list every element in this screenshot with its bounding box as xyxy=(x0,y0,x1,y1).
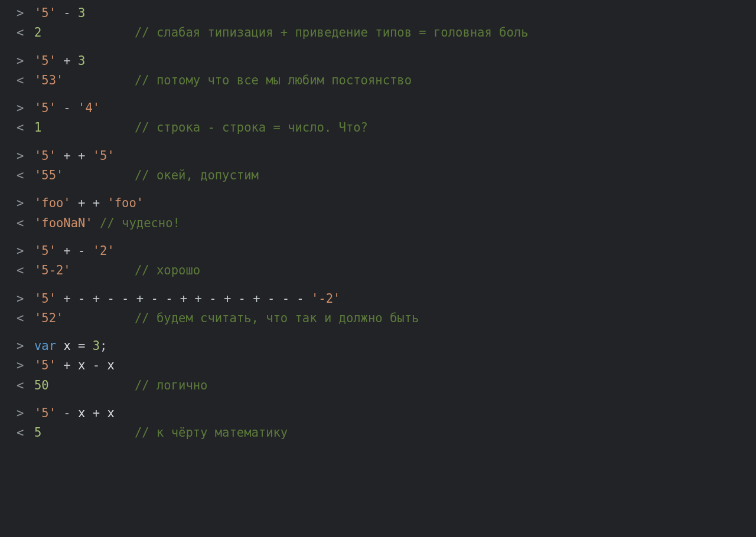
input-line: >'foo' + + 'foo' xyxy=(0,197,756,217)
token-var: x xyxy=(78,358,85,372)
token-str: '5' xyxy=(34,54,56,68)
repl-group: >'5' - '4'<1// строка - строка = число. … xyxy=(0,102,756,142)
input-line: >'5' - x + x xyxy=(0,407,756,427)
output-line: <5// к чёрту математику xyxy=(0,427,756,446)
input-prompt-icon: > xyxy=(0,293,34,305)
token-num: 5 xyxy=(34,425,41,440)
comment: // хорошо xyxy=(135,264,200,277)
input-prompt-icon: > xyxy=(0,7,34,19)
output-prompt-icon: < xyxy=(0,122,34,134)
token-op: - xyxy=(56,406,78,420)
token-str: '4' xyxy=(78,101,100,115)
output-line: <'55'// окей, допустим xyxy=(0,169,756,189)
input-line: >'5' + - '2' xyxy=(0,245,756,264)
comment: // будем считать, что так и должно быть xyxy=(135,312,419,325)
output-line: <1// строка - строка = число. Что? xyxy=(0,122,756,141)
token-op: + + xyxy=(71,196,107,210)
token-str: '5' xyxy=(34,149,56,163)
console-log: >'5' - 3<2// слабая типизация + приведен… xyxy=(0,0,756,447)
repl-group: >'5' + 3<'53'// потому что все мы любим … xyxy=(0,55,756,94)
repl-group: >'5' + + '5'<'55'// окей, допустим xyxy=(0,150,756,189)
token-str: '5' xyxy=(34,101,56,115)
comment: // к чёрту математику xyxy=(135,427,288,439)
token-str: '5' xyxy=(34,406,56,420)
input-line: >'5' + x - x xyxy=(0,359,756,379)
input-line: >'5' - 3 xyxy=(0,7,756,27)
token-op: + xyxy=(56,358,78,372)
token-num: 3 xyxy=(93,339,100,353)
token-op: + xyxy=(85,406,107,420)
repl-group: >'5' - 3<2// слабая типизация + приведен… xyxy=(0,7,756,47)
token-op: - xyxy=(56,6,78,20)
code: 2 xyxy=(34,27,135,39)
input-prompt-icon: > xyxy=(0,102,34,114)
token-str: '5-2' xyxy=(34,263,71,277)
token-kw: var xyxy=(34,339,56,353)
comment: // логично xyxy=(135,379,207,392)
token-var: x xyxy=(78,406,85,420)
output-line: <'53'// потому что все мы любим постоянс… xyxy=(0,74,756,94)
token-str: '5' xyxy=(34,244,56,258)
token-str: '52' xyxy=(34,311,63,325)
repl-group: >var x = 3;>'5' + x - x<50// логично xyxy=(0,340,756,399)
token-var: x xyxy=(63,339,70,353)
code: 1 xyxy=(34,122,135,134)
output-prompt-icon: < xyxy=(0,217,34,230)
code: '5' - x + x xyxy=(34,407,115,420)
comment: // окей, допустим xyxy=(135,169,259,182)
input-line: >var x = 3; xyxy=(0,340,756,359)
input-line: >'5' + 3 xyxy=(0,55,756,74)
token-str: '-2' xyxy=(311,292,340,306)
token-str: '2' xyxy=(93,244,115,258)
token-op: + + xyxy=(56,149,93,163)
token-op: - xyxy=(56,101,78,115)
code: '5' + - '2' xyxy=(34,245,115,257)
token-op: = xyxy=(71,339,93,353)
code: 'foo' + + 'foo' xyxy=(34,197,144,209)
output-prompt-icon: < xyxy=(0,379,34,392)
code: '5' + x - x xyxy=(34,359,115,372)
output-prompt-icon: < xyxy=(0,264,34,277)
repl-group: >'5' + - + - - + - - + + - + - + - - - '… xyxy=(0,293,756,332)
output-prompt-icon: < xyxy=(0,74,34,87)
code: '5' + 3 xyxy=(34,55,85,67)
input-prompt-icon: > xyxy=(0,340,34,352)
output-prompt-icon: < xyxy=(0,27,34,39)
output-line: <'52'// будем считать, что так и должно … xyxy=(0,312,756,332)
code: '5' + - + - - + - - + + - + - + - - - '-… xyxy=(34,293,340,305)
comment: // слабая типизация + приведение типов =… xyxy=(135,27,528,39)
repl-group: >'5' - x + x<5// к чёрту математику xyxy=(0,407,756,447)
code: '55' xyxy=(34,169,135,182)
input-prompt-icon: > xyxy=(0,150,34,162)
output-prompt-icon: < xyxy=(0,312,34,325)
output-prompt-icon: < xyxy=(0,427,34,439)
code: '5-2' xyxy=(34,264,135,277)
comment: // строка - строка = число. Что? xyxy=(135,122,368,134)
repl-group: >'5' + - '2'<'5-2'// хорошо xyxy=(0,245,756,284)
token-num: 3 xyxy=(78,6,85,20)
input-prompt-icon: > xyxy=(0,197,34,209)
token-op: + - xyxy=(56,244,93,258)
token-num: 1 xyxy=(34,120,41,135)
output-line: <'5-2'// хорошо xyxy=(0,264,756,284)
input-line: >'5' + - + - - + - - + + - + - + - - - '… xyxy=(0,293,756,312)
code: '5' - '4' xyxy=(34,102,100,114)
token-str: '5' xyxy=(34,358,56,372)
input-prompt-icon: > xyxy=(0,245,34,257)
code: '5' + + '5' xyxy=(34,150,115,162)
comment: // чудесно! xyxy=(93,217,180,230)
code: '5' - 3 xyxy=(34,7,85,19)
input-prompt-icon: > xyxy=(0,359,34,372)
output-prompt-icon: < xyxy=(0,169,34,182)
input-prompt-icon: > xyxy=(0,407,34,420)
output-line: <'fooNaN' // чудесно! xyxy=(0,217,756,237)
output-line: <2// слабая типизация + приведение типов… xyxy=(0,27,756,46)
token-op xyxy=(56,339,63,353)
token-str: '5' xyxy=(34,292,56,306)
token-op: + xyxy=(56,54,78,68)
token-str: 'foo' xyxy=(107,196,144,210)
token-str: '53' xyxy=(34,73,63,87)
code: 'fooNaN' xyxy=(34,217,93,230)
code: '53' xyxy=(34,74,135,87)
token-num: 2 xyxy=(34,25,41,40)
